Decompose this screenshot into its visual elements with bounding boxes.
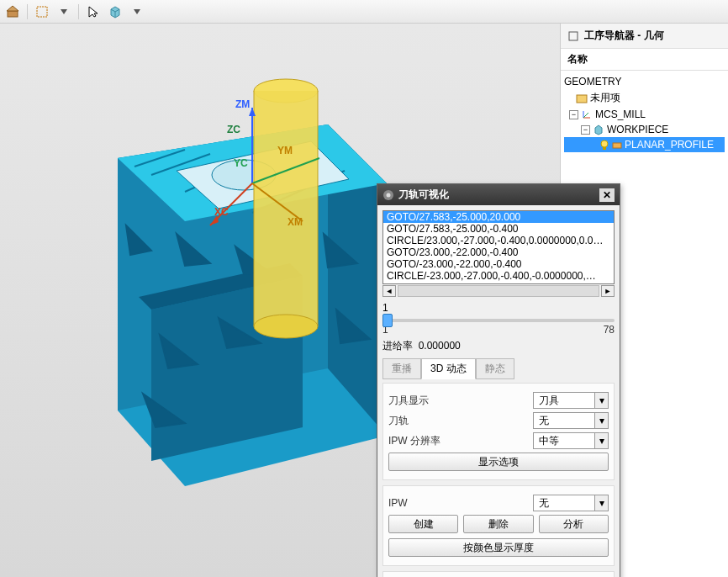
ipw-resolution-label: IPW 分辨率 [388,434,528,448]
dialog-icon [382,189,394,201]
tree-mcs[interactable]: − MCS_MILL [564,107,725,122]
analyze-button[interactable]: 分析 [539,515,609,533]
list-item[interactable]: GOTO/-23.000,-22.000,-0.400 [383,258,614,270]
tool-display-label: 刀具显示 [388,394,528,408]
list-item[interactable]: CIRCLE/-23.000,-27.000,-0.400,-0.0000000… [383,270,614,282]
lightbulb-icon [599,140,609,150]
axis-zc-label: ZC [227,124,240,135]
slider-max: 78 [604,324,615,336]
separator [27,4,28,19]
svg-line-48 [583,113,588,118]
tree-workpiece[interactable]: − WORKPIECE [564,122,725,137]
axis-zm-label: ZM [235,98,250,110]
tool-display-combo[interactable]: 刀具▾ [533,392,609,409]
svg-rect-0 [8,11,18,17]
feed-value: 0.000000 [419,340,461,352]
tree-planar-profile[interactable]: PLANAR_PROFILE [564,137,725,152]
chevron-down-icon: ▾ [594,495,608,511]
operation-icon [612,140,622,150]
mcs-icon [581,109,593,120]
geometry-tree[interactable]: GEOMETRY 未用项 − MCS_MILL − WORKPIECE PLAN… [561,71,728,156]
axis-xc-label: XC [214,206,229,218]
frame-slider[interactable] [382,319,615,322]
axis-ym-label: YM [277,145,293,156]
chevron-down-icon: ▾ [594,433,608,448]
cursor-icon[interactable] [84,3,103,21]
panel-icon [567,30,579,42]
toolpath-visualize-dialog: 刀轨可视化 ✕ GOTO/27.583,-25.000,20.000 GOTO/… [377,183,620,577]
tree-unused[interactable]: 未用项 [564,89,725,107]
delete-button[interactable]: 删除 [463,515,533,533]
svg-marker-49 [595,125,602,135]
cube-icon[interactable] [106,3,124,21]
separator [78,4,79,19]
home-icon[interactable] [3,3,22,21]
tab-3d-dynamic[interactable]: 3D 动态 [421,358,476,379]
close-button[interactable]: ✕ [599,188,615,202]
svg-rect-52 [613,143,621,148]
list-item[interactable]: GOTO/27.583,-25.000,20.000 [383,211,614,223]
svg-point-50 [601,140,608,147]
scroll-left-icon[interactable]: ◄ [382,285,396,297]
create-button[interactable]: 创建 [388,515,458,533]
toolpath-combo[interactable]: 无▾ [533,412,609,429]
ipw-resolution-combo[interactable]: 中等▾ [533,432,609,449]
show-options-button[interactable]: 显示选项 [388,453,609,471]
panel-title-text: 工序导航器 - 几何 [584,29,664,43]
svg-rect-51 [603,147,606,150]
chevron-down-icon: ▾ [594,393,608,408]
dropdown-icon[interactable] [128,3,146,21]
ipw-label: IPW [388,497,528,509]
chevron-down-icon: ▾ [594,413,608,428]
axis-xm-label: XM [288,216,303,228]
hscrollbar[interactable]: ◄ ► [382,285,615,297]
dropdown-icon[interactable] [55,3,73,21]
list-item[interactable]: GOTO/23.000,-22.000,-0.400 [383,246,614,258]
dialog-title-text: 刀轨可视化 [398,188,449,202]
slider-min-top: 1 [382,302,615,314]
collapse-icon[interactable]: − [581,125,590,135]
feed-label: 进给率 [382,340,413,352]
svg-rect-45 [577,95,587,103]
svg-marker-4 [89,7,98,17]
select-rect-icon[interactable] [33,3,51,21]
list-item[interactable]: GOTO/27.583,-25.000,-0.400 [383,223,614,235]
scroll-right-icon[interactable]: ► [601,285,615,297]
tab-replay[interactable]: 重播 [382,358,421,379]
tree-root[interactable]: GEOMETRY [564,74,725,89]
toolpath-listbox[interactable]: GOTO/27.583,-25.000,20.000 GOTO/27.583,-… [382,210,615,284]
ipw-combo[interactable]: 无▾ [533,495,609,511]
svg-marker-1 [7,6,18,11]
svg-marker-9 [134,9,140,14]
svg-rect-2 [37,7,47,17]
svg-point-33 [254,315,318,338]
folder-icon [576,93,588,104]
column-header-name: 名称 [561,49,728,71]
workpiece-icon [593,124,604,135]
top-toolbar [0,0,728,24]
model-render: ZM ZC YM YC XC XM [67,74,420,528]
thickness-by-color-button[interactable]: 按颜色显示厚度 [388,538,609,557]
svg-marker-3 [61,9,67,14]
svg-point-54 [387,193,391,197]
tab-static[interactable]: 静态 [476,358,514,379]
collapse-icon[interactable]: − [569,110,578,119]
axis-yc-label: YC [234,157,248,169]
svg-rect-44 [569,32,578,40]
list-item[interactable]: CIRCLE/23.000,-27.000,-0.400,0.0000000,0… [383,235,614,246]
toolpath-label: 刀轨 [388,414,528,428]
